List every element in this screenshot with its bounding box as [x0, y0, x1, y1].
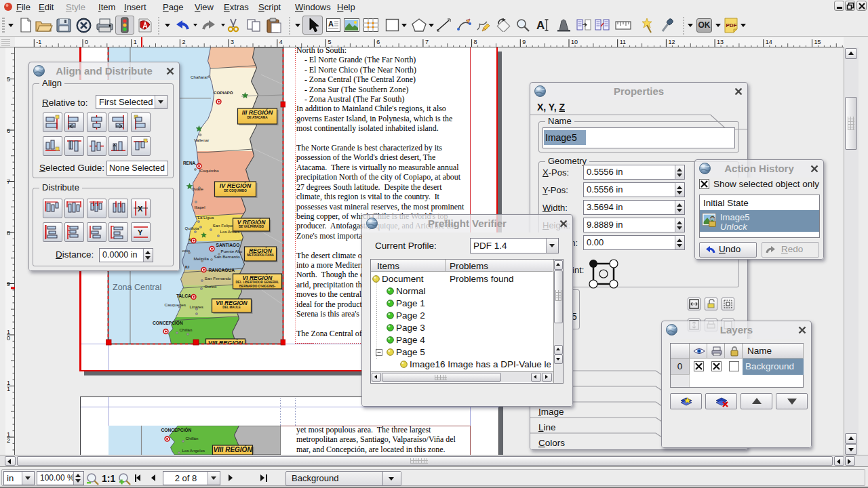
svg-text:0: 0: [7, 335, 10, 342]
svg-text:PDF: PDF: [726, 22, 737, 28]
svg-text:9: 9: [7, 281, 10, 287]
svg-text:CONCEPCIÓN: CONCEPCIÓN: [161, 427, 191, 432]
svg-text:13: 13: [717, 39, 724, 45]
svg-text:3: 3: [231, 39, 234, 45]
svg-text:6: 6: [7, 127, 10, 134]
svg-text:1: 1: [134, 39, 137, 45]
svg-text:VIII REGIÓN: VIII REGIÓN: [213, 445, 252, 453]
svg-text:15: 15: [814, 39, 821, 45]
svg-text:8: 8: [7, 230, 10, 237]
svg-text:A: A: [536, 19, 545, 32]
svg-text:X: X: [138, 205, 143, 213]
svg-text:-1: -1: [36, 39, 41, 45]
svg-text:8: 8: [474, 39, 477, 45]
svg-text:Chillán: Chillán: [185, 436, 198, 441]
svg-text:14: 14: [766, 39, 772, 45]
svg-text:A: A: [328, 20, 334, 28]
svg-text:2: 2: [7, 437, 10, 444]
svg-text:5: 5: [328, 39, 332, 45]
svg-text:7: 7: [425, 39, 429, 45]
svg-text:7: 7: [7, 178, 10, 185]
svg-text:4: 4: [279, 39, 283, 45]
svg-text:11: 11: [620, 39, 626, 45]
svg-text:0: 0: [85, 39, 88, 45]
svg-text:1: 1: [7, 386, 10, 392]
svg-text:12: 12: [668, 39, 675, 45]
svg-text:9: 9: [522, 39, 526, 45]
svg-text:Los Angeles: Los Angeles: [182, 448, 205, 453]
svg-text:6: 6: [376, 39, 380, 45]
svg-text:Y: Y: [138, 228, 143, 237]
svg-text:2: 2: [182, 39, 185, 45]
svg-text:10: 10: [571, 39, 578, 45]
svg-text:5: 5: [7, 76, 10, 83]
